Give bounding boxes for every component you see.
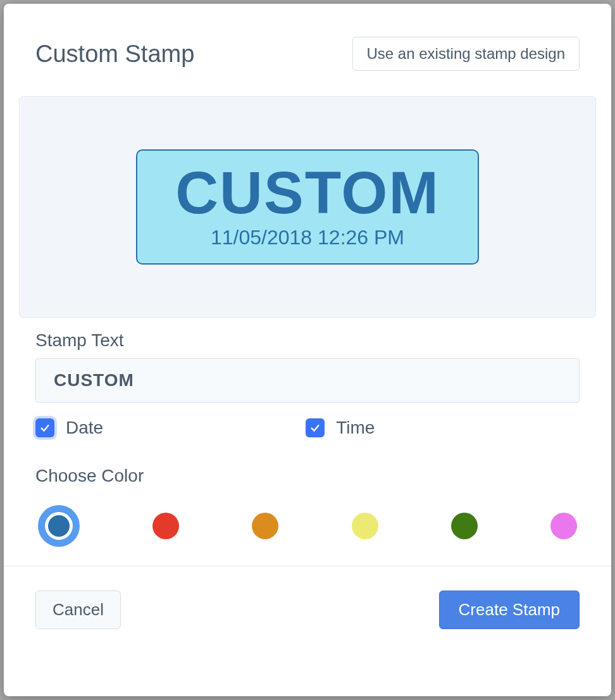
time-checkbox[interactable] (306, 418, 325, 437)
color-swatch-pink[interactable] (550, 513, 577, 539)
form-section: Stamp Text Date Time Choose Color (4, 318, 611, 547)
color-swatch-orange[interactable] (252, 513, 278, 539)
stamp-preview-area: CUSTOM 11/05/2018 12:26 PM (19, 96, 596, 318)
color-swatch-red[interactable] (152, 513, 179, 539)
cancel-button[interactable]: Cancel (35, 591, 121, 629)
stamp-text-input[interactable] (35, 358, 580, 403)
color-swatch-blue-selected[interactable] (38, 505, 80, 547)
create-stamp-button[interactable]: Create Stamp (439, 591, 580, 629)
modal-header: Custom Stamp Use an existing stamp desig… (4, 4, 611, 90)
color-row (35, 505, 580, 547)
custom-stamp-modal: Custom Stamp Use an existing stamp desig… (4, 4, 611, 696)
stamp-preview-text: CUSTOM (175, 162, 440, 225)
checkbox-row: Date Time (35, 418, 580, 438)
use-existing-button[interactable]: Use an existing stamp design (352, 37, 580, 71)
modal-footer: Cancel Create Stamp (4, 566, 611, 658)
choose-color-label: Choose Color (35, 466, 580, 486)
date-checkbox[interactable] (35, 418, 54, 437)
date-checkbox-group: Date (35, 418, 103, 438)
color-swatch-yellow[interactable] (352, 513, 378, 539)
time-label: Time (336, 418, 375, 438)
color-swatch-inner (45, 512, 73, 540)
stamp-preview-datetime: 11/05/2018 12:26 PM (175, 226, 440, 249)
date-label: Date (66, 418, 103, 438)
check-icon (309, 422, 321, 434)
time-checkbox-group: Time (306, 418, 375, 438)
color-section: Choose Color (35, 466, 580, 547)
check-icon (39, 422, 51, 434)
modal-title: Custom Stamp (35, 41, 194, 68)
color-swatch-green[interactable] (451, 513, 478, 539)
stamp-text-label: Stamp Text (35, 330, 580, 351)
stamp-preview: CUSTOM 11/05/2018 12:26 PM (136, 149, 479, 265)
